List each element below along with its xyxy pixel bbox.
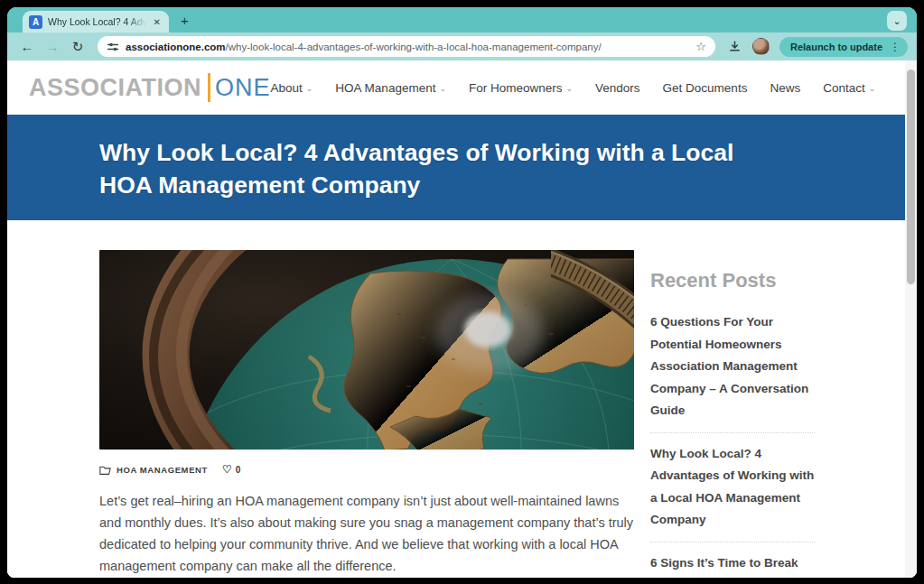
chevron-down-icon: ⌄ <box>566 84 574 93</box>
site-favicon: A <box>29 15 42 29</box>
nav-item-news[interactable]: News <box>770 81 800 95</box>
logo-association: ASSOCIATION <box>29 74 201 102</box>
featured-globe-image <box>99 250 634 450</box>
web-page: ASSOCIATION ONE About⌄HOA Management⌄For… <box>7 60 917 578</box>
bookmark-star-icon[interactable]: ☆ <box>695 40 706 53</box>
url-domain: associationone.com <box>126 42 226 52</box>
logo-divider <box>208 73 210 102</box>
post-meta: HOA MANAGEMENT ♡ 0 <box>99 463 634 476</box>
tab-search-button[interactable]: ⌄ <box>887 11 907 31</box>
recent-post-link[interactable]: 6 Questions For Your Potential Homeowner… <box>650 301 815 432</box>
reload-button[interactable]: ↻ <box>67 36 89 58</box>
browser-toolbar: ← → ↻ associationone.com/why-look-local-… <box>7 32 917 60</box>
nav-item-hoa-management[interactable]: HOA Management⌄ <box>335 81 446 95</box>
browser-tab[interactable]: A Why Look Local? 4 Advantag ✕ <box>23 11 169 32</box>
page-viewport: ASSOCIATION ONE About⌄HOA Management⌄For… <box>7 60 905 578</box>
likes-count: 0 <box>236 465 241 475</box>
new-tab-button[interactable]: + <box>181 14 189 27</box>
profile-avatar[interactable] <box>752 38 770 55</box>
recent-posts-heading: Recent Posts <box>650 269 815 292</box>
hero-banner: Why Look Local? 4 Advantages of Working … <box>7 115 905 220</box>
forward-button[interactable]: → <box>42 36 63 58</box>
nav-item-contact[interactable]: Contact⌄ <box>823 81 875 95</box>
likes-counter[interactable]: ♡ 0 <box>222 463 240 476</box>
chrome-menu-icon[interactable]: ⋮ <box>888 41 902 53</box>
url-bar[interactable]: associationone.com/why-look-local-4-adva… <box>98 36 715 57</box>
tab-close-icon[interactable]: ✕ <box>152 17 163 27</box>
back-button[interactable]: ← <box>16 36 38 58</box>
site-info-icon[interactable] <box>107 41 119 53</box>
heart-icon: ♡ <box>222 463 232 476</box>
recent-posts-list: 6 Questions For Your Potential Homeowner… <box>650 301 815 578</box>
category-link[interactable]: HOA MANAGEMENT <box>117 465 208 475</box>
category-folder-icon <box>99 465 111 475</box>
chevron-down-icon: ⌄ <box>869 84 876 93</box>
browser-window: A Why Look Local? 4 Advantag ✕ + ⌄ ← → ↻… <box>7 7 917 578</box>
scrollbar-thumb[interactable] <box>907 70 915 284</box>
recent-post-link[interactable]: 6 Signs It’s Time to Break Up With Your … <box>650 542 815 579</box>
main-nav: About⌄HOA Management⌄For Homeowners⌄Vend… <box>271 81 876 95</box>
nav-item-vendors[interactable]: Vendors <box>595 81 640 95</box>
sidebar-recent-posts: Recent Posts 6 Questions For Your Potent… <box>650 269 815 578</box>
relaunch-label: Relaunch to update <box>790 42 882 52</box>
site-header: ASSOCIATION ONE About⌄HOA Management⌄For… <box>7 60 905 115</box>
nav-item-for-homeowners[interactable]: For Homeowners⌄ <box>469 81 573 95</box>
chevron-down-icon: ⌄ <box>306 84 313 93</box>
nav-item-about[interactable]: About⌄ <box>271 81 313 95</box>
tab-strip: A Why Look Local? 4 Advantag ✕ + ⌄ <box>7 7 917 32</box>
logo-one: ONE <box>215 74 271 102</box>
recent-post-link[interactable]: Why Look Local? 4 Advantages of Working … <box>650 432 815 542</box>
tab-title: Why Look Local? 4 Advantag <box>48 16 146 27</box>
nav-item-get-documents[interactable]: Get Documents <box>663 81 748 95</box>
article-body: Let’s get real–hiring an HOA management … <box>99 490 634 577</box>
relaunch-to-update-button[interactable]: Relaunch to update ⋮ <box>779 37 908 57</box>
chevron-down-icon: ⌄ <box>439 84 446 93</box>
site-logo[interactable]: ASSOCIATION ONE <box>29 73 271 102</box>
url-text[interactable]: associationone.com/why-look-local-4-adva… <box>126 42 689 52</box>
url-path: /why-look-local-4-advantages-of-working-… <box>226 42 602 52</box>
page-scrollbar[interactable] <box>905 60 917 578</box>
article: HOA MANAGEMENT ♡ 0 Let’s get real–hiring… <box>99 250 634 577</box>
page-title: Why Look Local? 4 Advantages of Working … <box>99 137 777 202</box>
download-icon[interactable] <box>724 36 746 58</box>
